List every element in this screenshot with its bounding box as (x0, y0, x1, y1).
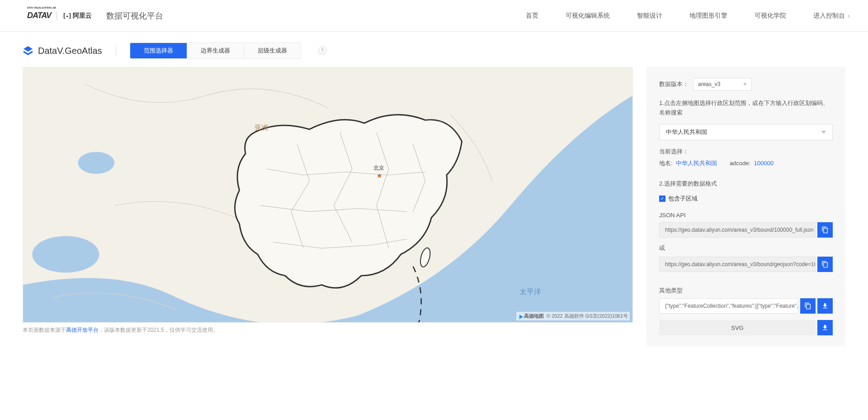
map-label-beijing: 北京 (373, 164, 384, 172)
copy-url-1-button[interactable] (817, 222, 833, 238)
step2-text: 2.选择需要的数据格式 (659, 179, 833, 189)
copy-url-2-button[interactable] (817, 257, 833, 272)
current-selection-label: 当前选择： (659, 148, 833, 156)
tool-tabs: 范围选择器 边界生成器 层级生成器 (130, 43, 301, 59)
nav-home[interactable]: 首页 (526, 12, 538, 20)
version-select[interactable]: areas_v3 (693, 78, 752, 91)
map-copyright: © 2022 高德软件 GS京(2022)1061号 (547, 313, 628, 320)
subheader-separator (116, 45, 116, 56)
adcode-value: 100000 (754, 160, 774, 167)
json-url-2[interactable]: https://geo.datav.aliyun.com/areas_v3/bo… (659, 257, 816, 272)
download-icon (821, 302, 829, 310)
nav-console[interactable]: 进入控制台 (813, 12, 850, 20)
copy-icon (804, 302, 811, 310)
capital-star-icon: ★ (377, 172, 382, 179)
nav-geo-engine[interactable]: 地理图形引擎 (689, 12, 727, 20)
download-svg-button[interactable] (817, 320, 833, 335)
step1-text: 1.点击左侧地图选择行政区划范围，或在下方输入行政区划编码、名称搜索 (659, 99, 833, 118)
adcode-key: adcode: (730, 160, 750, 167)
name-value: 中华人民共和国 (676, 160, 717, 167)
include-subregion-label: 包含子区域 (668, 195, 698, 203)
tab-hierarchy-generator[interactable]: 层级生成器 (244, 43, 301, 58)
download-feature-button[interactable] (817, 298, 833, 314)
nav-editor[interactable]: 可视化编辑系统 (566, 12, 610, 20)
other-type-label: 其他类型 (659, 286, 833, 295)
help-icon[interactable]: ? (318, 47, 326, 55)
version-label: 数据版本： (659, 80, 689, 88)
copy-icon (821, 261, 829, 268)
map-canvas[interactable]: 亚洲 北京 ★ 太平洋 高德地图 © 2022 高德软件 GS京(2022)10… (23, 67, 633, 323)
geoatlas-title-text: DataV.GeoAtlas (38, 46, 102, 56)
name-key: 地名: (659, 160, 673, 167)
platform-title: 数据可视化平台 (106, 10, 163, 21)
nav-smart-design[interactable]: 智能设计 (637, 12, 662, 20)
aliyun-logo: 阿里云 (62, 12, 92, 20)
logo-separator (57, 11, 57, 20)
geoatlas-icon (23, 45, 33, 56)
copy-icon (821, 226, 829, 234)
json-url-1[interactable]: https://geo.datav.aliyun.com/areas_v3/bo… (659, 222, 816, 238)
svg-export-button[interactable]: SVG (659, 320, 816, 335)
settings-panel: 数据版本： areas_v3 1.点击左侧地图选择行政区划范围，或在下方输入行政… (646, 67, 845, 346)
json-api-label: JSON API (659, 212, 833, 219)
map-footer-note: 本页面数据来源于高德开放平台，该版本数据更新于2021.5，仅供学习交流使用。 (23, 326, 633, 334)
tab-boundary-generator[interactable]: 边界生成器 (187, 43, 244, 58)
svg-point-1 (32, 236, 99, 272)
feature-json-preview[interactable]: {"type":"FeatureCollection","features":[… (659, 298, 798, 314)
map-label-asia: 亚洲 (255, 124, 268, 132)
svg-point-2 (78, 152, 114, 174)
amap-platform-link[interactable]: 高德开放平台 (66, 327, 99, 333)
nav-academy[interactable]: 可视化学院 (755, 12, 786, 20)
or-label: 或 (659, 244, 833, 252)
region-select[interactable]: 中华人民共和国 (659, 124, 833, 140)
copy-feature-button[interactable] (800, 298, 816, 314)
include-subregion-checkbox[interactable] (659, 196, 665, 202)
amap-logo: 高德地图 (518, 313, 544, 320)
download-icon (821, 324, 829, 331)
tab-range-selector[interactable]: 范围选择器 (130, 43, 187, 58)
map-label-pacific: 太平洋 (519, 287, 541, 297)
datav-logo: DATAV (27, 11, 51, 20)
